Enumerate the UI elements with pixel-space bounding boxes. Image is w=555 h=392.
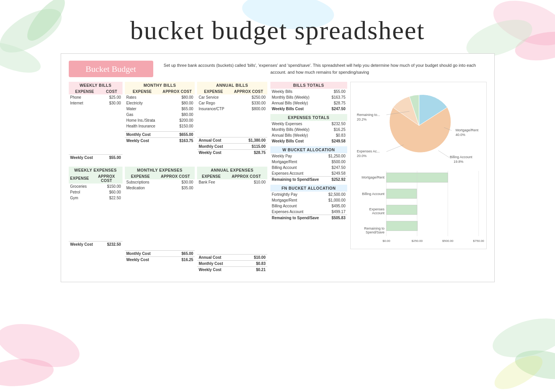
annual-exp-cost-label: Annual Cost — [197, 255, 242, 261]
expenses-row: WEEKLY EXPENSES EXPENSE APPROX COST Groc — [69, 167, 267, 275]
pie-chart-area: Remaining to... 20.2% Mortgage/Rent 40.0… — [354, 85, 483, 166]
svg-text:Remaining to: Remaining to — [364, 227, 384, 230]
list-item: Mortgage/Rent$500.00 — [270, 159, 347, 165]
list-item: Car Service$250.00 — [197, 94, 267, 100]
svg-line-22 — [438, 151, 449, 157]
annual-bills-block: ANNUAL BILLS EXPENSE APPROX COST Car Ser — [197, 82, 267, 163]
list-item: Weekly Expenses$232.50 — [270, 121, 347, 127]
spreadsheet-container: Bucket Budget Set up three bank accounts… — [61, 53, 495, 282]
weekly-exp-cost-label: Weekly Cost — [69, 241, 101, 248]
list-item: Gas$80.00 — [125, 112, 195, 117]
title-area: bucket budget spreadsheet — [130, 15, 425, 46]
col-cost: COST — [101, 89, 122, 94]
monthly-exp-cost-label: Monthly Cost — [125, 251, 170, 257]
col-cost: APPROX COST — [230, 89, 267, 94]
weekly-bills-cost-label: Weekly Cost — [69, 154, 103, 160]
list-item: Electricity$80.00 — [125, 100, 195, 106]
w-bucket-table: Weekly Pay$1,250.00Mortgage/Rent$500.00B… — [270, 153, 347, 182]
col-expense: EXPENSE — [197, 89, 230, 94]
weekly-exp-cost-label: Weekly Cost — [125, 257, 170, 263]
list-item: Weekly Bills Cost$249.58 — [270, 138, 347, 144]
col-cost: APPROX COST — [91, 174, 123, 184]
monthly-cost-value: $115.00 — [237, 143, 267, 149]
svg-text:40.0%: 40.0% — [456, 133, 466, 137]
weekly-exp-cost-value: $0.21 — [242, 267, 267, 273]
monthly-exp-cost-value: $0.83 — [242, 261, 267, 267]
list-item: Water$65.00 — [125, 106, 195, 112]
svg-rect-31 — [386, 189, 417, 198]
col-cost: APPROX COST — [160, 89, 195, 94]
list-item: Insurance/CTP$800.00 — [197, 106, 267, 112]
fn-bucket-block: FN BUCKET ALLOCATION Fortnightly Pay$2,5… — [270, 185, 347, 221]
list-item: Fortnightly Pay$2,500.00 — [270, 192, 347, 197]
bills-row: WEEKLY BILLS EXPENSE COST Phone$25.00Int — [69, 82, 267, 163]
list-item: Weekly Pay$1,250.00 — [270, 153, 347, 159]
svg-text:$750.00: $750.00 — [473, 239, 484, 243]
weekly-expenses-table: EXPENSE APPROX COST Groceries$150.00Petr… — [69, 174, 123, 201]
monthly-expenses-block: MONTHLY EXPENSES EXPENSE APPROX COST Sub — [125, 167, 195, 275]
intro-text: Set up three bank accounts (buckets) cal… — [153, 61, 487, 77]
list-item: Groceries$150.00 — [69, 184, 123, 189]
list-item: Weekly Bills Cost$247.50 — [270, 106, 347, 112]
right-data-section: BILLS TOTALS Weekly Bills$55.00Monthly B… — [270, 82, 347, 223]
weekly-bills-block: WEEKLY BILLS EXPENSE COST Phone$25.00Int — [69, 82, 123, 163]
monthly-exp-cost-label: Monthly Cost — [197, 261, 242, 267]
weekly-cost-value: $163.75 — [168, 138, 195, 144]
svg-rect-33 — [386, 221, 417, 231]
list-item: Billing Account$495.00 — [270, 203, 347, 209]
weekly-expenses-header: WEEKLY EXPENSES — [69, 167, 123, 174]
list-item: Phone$25.00 — [69, 94, 123, 100]
monthly-bills-header: MONTHY BILLS — [125, 82, 195, 89]
col-cost: APPROX COST — [156, 174, 195, 179]
monthly-expenses-table: EXPENSE APPROX COST Subscriptions$30.00M… — [125, 174, 195, 191]
list-item: Remaining to Spend/Save$252.92 — [270, 177, 347, 183]
annual-bills-header: ANNUAL BILLS — [197, 82, 267, 89]
list-item: Bank Fee$10.00 — [197, 179, 267, 185]
svg-point-8 — [0, 356, 55, 389]
svg-text:Billing Account: Billing Account — [362, 192, 384, 196]
w-bucket-header: W BUCKET ALLOCATION — [270, 146, 347, 153]
annual-bills-totals: Annual Cost $1,380.00 Monthly Cost $115.… — [197, 114, 267, 155]
bills-totals-header: BILLS TOTALS — [270, 82, 347, 89]
weekly-bills-table: EXPENSE COST Phone$25.00Internet$30.00 — [69, 89, 123, 106]
col-cost: APPROX COST — [225, 174, 267, 179]
weekly-bills-total-table: Weekly Cost $55.00 — [69, 108, 123, 160]
svg-text:20.0%: 20.0% — [357, 154, 367, 158]
monthly-cost-label: Monthly Cost — [197, 143, 237, 149]
svg-point-10 — [513, 346, 555, 384]
fn-bucket-table: Fortnightly Pay$2,500.00Mortgage/Rent$1,… — [270, 192, 347, 221]
monthly-exp-cost-value: $65.00 — [170, 251, 195, 257]
svg-text:Mortgage/Rent: Mortgage/Rent — [456, 128, 479, 132]
svg-line-23 — [386, 145, 404, 152]
fn-bucket-header: FN BUCKET ALLOCATION — [270, 185, 347, 192]
svg-rect-32 — [386, 205, 417, 215]
list-item: Mortgage/Rent$1,000.00 — [270, 197, 347, 203]
list-item: Medication$35.00 — [125, 185, 195, 191]
list-item: Expenses Account$499.17 — [270, 209, 347, 215]
expenses-totals-block: EXPENSES TOTALS Weekly Expenses$232.50Mo… — [270, 114, 347, 144]
list-item: Health Insurance$150.00 — [125, 123, 195, 129]
list-item: Annual Bills (Weekly)$0.83 — [270, 132, 347, 138]
monthly-cost-value: $655.00 — [168, 132, 195, 138]
list-item: Internet$30.00 — [69, 100, 123, 106]
list-item: Weekly Bills$55.00 — [270, 89, 347, 94]
col-expense: EXPENSE — [69, 174, 91, 184]
svg-text:19.8%: 19.8% — [454, 160, 464, 164]
w-bucket-block: W BUCKET ALLOCATION Weekly Pay$1,250.00M… — [270, 146, 347, 182]
list-item: Monthly Bills (Weekly)$163.75 — [270, 94, 347, 100]
monthly-expenses-header: MONTHLY EXPENSES — [125, 167, 195, 174]
col-expense: EXPENSE — [125, 89, 160, 94]
tables-main: WEEKLY BILLS EXPENSE COST Phone$25.00Int — [69, 82, 487, 275]
list-item: Monthly Bills (Weekly)$16.25 — [270, 127, 347, 132]
expenses-totals-table: Weekly Expenses$232.50Monthly Bills (Wee… — [270, 121, 347, 144]
bills-totals-table: Weekly Bills$55.00Monthly Bills (Weekly)… — [270, 89, 347, 112]
annual-exp-cost-value: $10.00 — [242, 255, 267, 261]
bucket-budget-label: Bucket Budget — [69, 61, 153, 77]
svg-point-11 — [489, 349, 547, 392]
list-item: Gym$22.50 — [69, 195, 123, 201]
svg-text:Spend/Save: Spend/Save — [365, 230, 384, 234]
bills-totals-block: BILLS TOTALS Weekly Bills$55.00Monthly B… — [270, 82, 347, 112]
svg-text:$0.00: $0.00 — [382, 239, 390, 243]
annual-bills-table: EXPENSE APPROX COST Car Service$250.00Ca… — [197, 89, 267, 112]
page-title: bucket budget spreadsheet — [130, 15, 425, 46]
